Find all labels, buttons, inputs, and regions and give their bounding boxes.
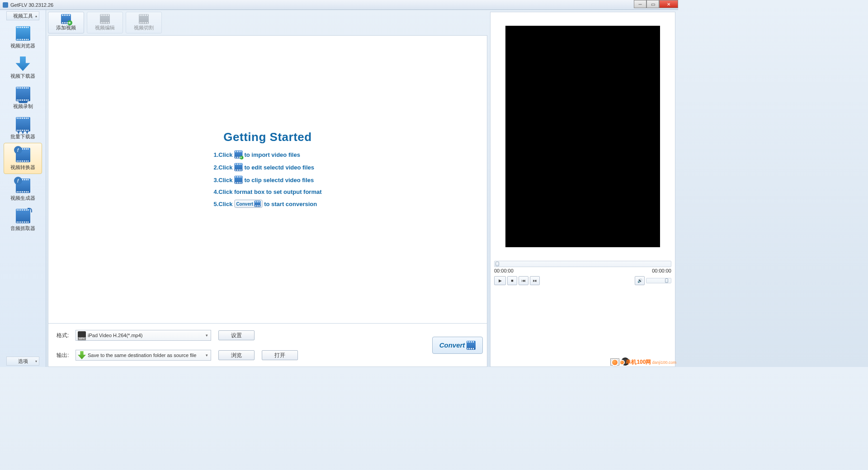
minimize-button[interactable]: ─ — [634, 0, 646, 8]
mini-edit-icon — [234, 163, 242, 171]
format-label: 格式: — [57, 332, 75, 339]
guide-step-2: 2.Click to edit selectd video files — [213, 163, 321, 171]
getting-started-guide: Getting Started 1.Click to import video … — [213, 130, 321, 212]
mini-convert-badge: Convert — [234, 200, 262, 208]
settings-button[interactable]: 设置 — [218, 330, 255, 340]
mini-clip-icon — [234, 176, 242, 184]
prev-button[interactable]: ⏮ — [519, 276, 528, 285]
time-end: 00:00:00 — [652, 268, 671, 273]
sidebar-item-recorder[interactable]: 视频录制 — [0, 82, 46, 113]
download-icon — [16, 56, 30, 71]
next-button[interactable]: ⏭ — [530, 276, 540, 285]
sidebar-item-converter[interactable]: f 视频转换器 — [4, 143, 42, 174]
sidebar-footer[interactable]: 选项 — [6, 357, 39, 366]
guide-step-1: 1.Click to import video files — [213, 150, 321, 159]
output-value: Save to the same destination folder as s… — [88, 352, 196, 358]
sidebar-item-generator[interactable]: f 视频生成器 — [0, 174, 46, 204]
convert-button[interactable]: Convert — [432, 337, 483, 354]
format-dropdown[interactable]: MP4 iPad Video H.264(*.mp4) — [75, 330, 211, 341]
sidebar-item-batch[interactable]: 批量下载器 — [0, 113, 46, 143]
mp4-icon: MP4 — [78, 331, 86, 339]
watermark-logo-icon-small — [619, 360, 625, 365]
convert-film-icon — [467, 341, 476, 350]
stop-button[interactable]: ■ — [507, 276, 517, 285]
app-icon — [3, 2, 8, 8]
guide-step-3: 3.Click to clip selectd video files — [213, 176, 321, 184]
maximize-button[interactable]: ▭ — [646, 0, 659, 8]
toolbar-clip-video: 视频切割 — [126, 12, 162, 33]
play-button[interactable]: ▶ — [494, 276, 506, 285]
guide-title: Getting Started — [213, 130, 321, 144]
add-film-icon: + — [61, 14, 71, 24]
guide-step-4: 4.Click format box to set output format — [213, 188, 321, 195]
output-label: 输出: — [57, 352, 75, 359]
browser-icon — [16, 26, 30, 41]
open-button[interactable]: 打开 — [262, 350, 298, 360]
titlebar: GetFLV 30.2312.26 ─ ▭ ✕ — [0, 0, 678, 10]
download-arrow-icon — [78, 351, 86, 359]
generate-icon: f — [16, 179, 30, 193]
mute-button[interactable]: 🔊 — [635, 276, 645, 285]
sidebar-header[interactable]: 视频工具 — [6, 11, 39, 20]
sidebar-item-audio[interactable]: 音频抓取器 — [0, 204, 46, 235]
sidebar-item-browser[interactable]: 视频浏览器 — [0, 22, 46, 52]
toolbar-add-video[interactable]: + 添加视频 — [48, 12, 84, 33]
browse-button[interactable]: 浏览 — [218, 350, 255, 360]
preview-panel: 00:00:00 00:00:00 ▶ ■ ⏮ ⏭ 🔊 — [490, 12, 675, 367]
toolbar-edit-video: 视频编辑 — [87, 12, 123, 33]
audio-icon — [16, 209, 30, 223]
toolbar: + 添加视频 视频编辑 视频切割 — [48, 12, 487, 33]
watermark-logo-icon — [611, 359, 618, 366]
batch-icon — [16, 117, 30, 132]
format-value: iPad Video H.264(*.mp4) — [88, 333, 142, 338]
convert-icon: f — [16, 148, 30, 162]
seek-slider[interactable] — [494, 261, 671, 267]
record-icon — [16, 87, 30, 101]
bottom-bar: 格式: MP4 iPad Video H.264(*.mp4) 设置 输出: S… — [48, 324, 487, 367]
mini-add-icon — [234, 150, 242, 159]
watermark: 单机100网 danji100.com — [611, 358, 676, 366]
volume-slider[interactable] — [646, 278, 671, 283]
guide-step-5: 5.Click Convert to start conversion — [213, 200, 321, 208]
edit-film-icon — [100, 14, 110, 24]
time-start: 00:00:00 — [494, 268, 514, 273]
close-button[interactable]: ✕ — [659, 0, 678, 8]
sidebar: 视频工具 视频浏览器 视频下载器 视频录制 批量下载器 f 视频转换器 — [0, 10, 46, 367]
clip-film-icon — [139, 14, 149, 24]
preview-video — [505, 26, 660, 247]
sidebar-item-downloader[interactable]: 视频下载器 — [0, 52, 46, 82]
main-canvas: Getting Started 1.Click to import video … — [48, 35, 487, 324]
window-title: GetFLV 30.2312.26 — [10, 2, 53, 8]
output-dropdown[interactable]: Save to the same destination folder as s… — [75, 350, 211, 361]
